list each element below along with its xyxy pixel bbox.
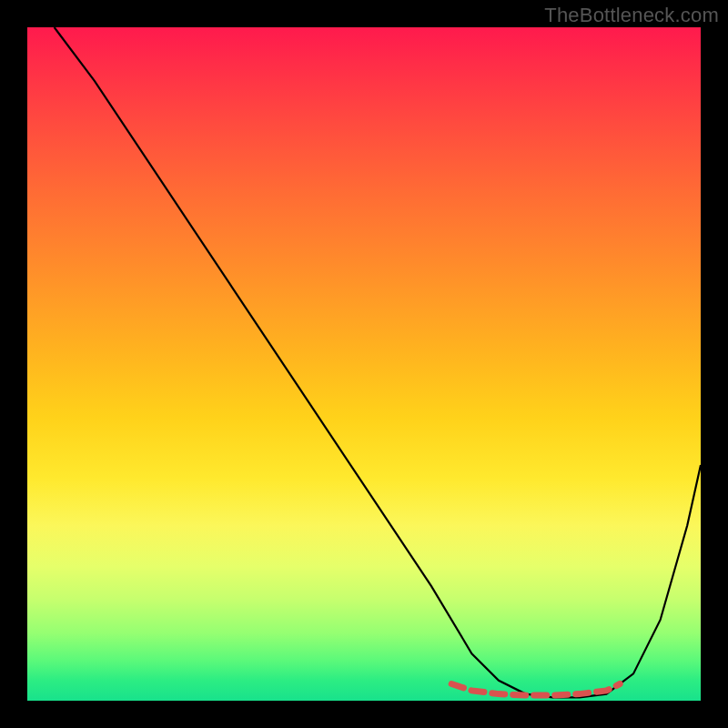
plot-area xyxy=(27,27,701,701)
curve-layer xyxy=(27,27,701,701)
bottom-highlight-path xyxy=(451,684,620,696)
chart-frame: TheBottleneck.com xyxy=(0,0,728,728)
main-curve-path xyxy=(55,27,701,697)
watermark-text: TheBottleneck.com xyxy=(544,4,719,27)
